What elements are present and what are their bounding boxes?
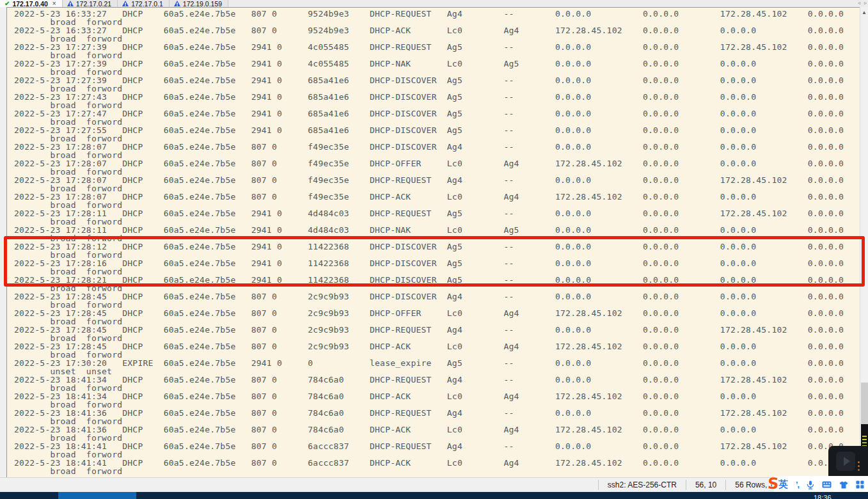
terminal-log-line: 2022-5-23 17:28:21 DHCP 60a5.e24e.7b5e 2… bbox=[7, 276, 860, 284]
skin-shirt-icon[interactable] bbox=[839, 481, 848, 489]
tab-label: 172.19.0.159 bbox=[183, 0, 222, 8]
taskbar-clock: 18:36 bbox=[814, 495, 832, 499]
keyboard-icon[interactable] bbox=[822, 481, 832, 488]
ime-toolbar: 英 ’, bbox=[773, 476, 868, 493]
terminal-log-line: 2022-5-23 17:28:11 DHCP 60a5.e24e.7b5e 2… bbox=[7, 209, 860, 218]
microphone-icon[interactable] bbox=[807, 480, 814, 489]
terminal-log-line: 2022-5-23 18:41:41 DHCP 60a5.e24e.7b5e 8… bbox=[7, 442, 860, 450]
terminal-log-subline: broad forword bbox=[7, 467, 860, 475]
tab-label: 172.17.0.21 bbox=[76, 0, 111, 8]
disconnected-alert-icon bbox=[67, 1, 74, 7]
ime-language-indicator[interactable]: 英 bbox=[778, 479, 788, 491]
tab-label: 172.17.0.1 bbox=[131, 0, 163, 8]
status-bar: ssh2: AES-256-CTR 56, 10 56 Rows, 165 Co… bbox=[0, 477, 868, 492]
tab-session-4[interactable]: 172.19.0.159 bbox=[170, 0, 228, 7]
terminal-log-line: 2022-5-23 16:33:27 DHCP 60a5.e24e.7b5e 8… bbox=[7, 10, 860, 18]
terminal-log-line: 2022-5-23 18:41:34 DHCP 60a5.e24e.7b5e 8… bbox=[7, 392, 860, 400]
terminal-log-line: 2022-5-23 17:27:43 DHCP 60a5.e24e.7b5e 2… bbox=[7, 93, 860, 101]
connected-check-icon: ✔ bbox=[4, 1, 10, 7]
terminal-log-line: 2022-5-23 17:28:12 DHCP 60a5.e24e.7b5e 2… bbox=[7, 242, 860, 251]
tab-label: 172.17.0.40 bbox=[12, 0, 47, 8]
tab-close-icon[interactable]: × bbox=[52, 0, 56, 7]
tab-scroll-left-icon[interactable]: ◃ bbox=[858, 0, 860, 6]
session-tab-bar: ✔ 172.17.0.40 × 172.17.0.21 172.17.0.1 1… bbox=[0, 0, 868, 7]
terminal-log-line: 2022-5-23 17:28:16 DHCP 60a5.e24e.7b5e 2… bbox=[7, 259, 860, 267]
status-encryption: ssh2: AES-256-CTR bbox=[598, 480, 686, 490]
terminal-log-line: 2022-5-23 17:30:20 EXPIRE 60a5.e24e.7b5e… bbox=[7, 359, 860, 367]
tab-scroll-right-icon[interactable]: ▹ bbox=[864, 0, 867, 6]
screen-recorder-widget[interactable] bbox=[828, 446, 868, 477]
toolbox-grid-icon[interactable] bbox=[856, 480, 864, 489]
recorder-drag-dots bbox=[858, 461, 860, 471]
terminal-log-line: 2022-5-23 17:27:39 DHCP 60a5.e24e.7b5e 2… bbox=[7, 43, 860, 51]
windows-taskbar[interactable]: 18:36 bbox=[0, 492, 868, 499]
scrollbar-thumb[interactable] bbox=[861, 383, 868, 425]
terminal-log-line: 2022-5-23 17:27:39 DHCP 60a5.e24e.7b5e 2… bbox=[7, 59, 860, 68]
vertical-scrollbar[interactable]: ▲ bbox=[860, 7, 868, 477]
disconnected-alert-icon bbox=[174, 1, 180, 7]
terminal-log-line: 2022-5-23 18:41:34 DHCP 60a5.e24e.7b5e 8… bbox=[7, 376, 860, 384]
terminal-log-line: 2022-5-23 17:28:45 DHCP 60a5.e24e.7b5e 8… bbox=[7, 326, 860, 334]
sogou-logo-icon[interactable]: S bbox=[767, 475, 779, 492]
tab-session-1[interactable]: ✔ 172.17.0.40 × bbox=[0, 0, 63, 7]
terminal-log-line: 2022-5-23 17:28:11 DHCP 60a5.e24e.7b5e 2… bbox=[7, 226, 860, 234]
terminal-log-line: 2022-5-23 18:41:36 DHCP 60a5.e24e.7b5e 8… bbox=[7, 409, 860, 417]
scroll-up-arrow-icon[interactable]: ▲ bbox=[860, 7, 868, 17]
terminal-log-line: 2022-5-23 17:28:45 DHCP 60a5.e24e.7b5e 8… bbox=[7, 342, 860, 351]
terminal-log-line: 2022-5-23 18:41:41 DHCP 60a5.e24e.7b5e 8… bbox=[7, 459, 860, 467]
terminal-log-line: 2022-5-23 17:28:45 DHCP 60a5.e24e.7b5e 8… bbox=[7, 309, 860, 317]
tab-scroll-arrows: ◃ ▹ bbox=[858, 0, 867, 6]
terminal-log-line: 2022-5-23 16:33:27 DHCP 60a5.e24e.7b5e 8… bbox=[7, 26, 860, 35]
terminal-log-line: 2022-5-23 18:41:36 DHCP 60a5.e24e.7b5e 8… bbox=[7, 425, 860, 434]
terminal-screen[interactable]: 2022-5-23 16:33:27 DHCP 60a5.e24e.7b5e 8… bbox=[6, 7, 860, 477]
disconnected-alert-icon bbox=[122, 1, 129, 7]
tab-session-3[interactable]: 172.17.0.1 bbox=[118, 0, 170, 7]
taskbar-active-app-button[interactable] bbox=[58, 492, 136, 499]
terminal-log-line: 2022-5-23 17:28:45 DHCP 60a5.e24e.7b5e 8… bbox=[7, 292, 860, 301]
terminal-log-line: 2022-5-23 17:27:55 DHCP 60a5.e24e.7b5e 2… bbox=[7, 126, 860, 134]
recorder-play-button[interactable] bbox=[836, 452, 855, 471]
terminal-log-line: 2022-5-23 17:27:47 DHCP 60a5.e24e.7b5e 2… bbox=[7, 109, 860, 118]
terminal-log-line: 2022-5-23 17:27:39 DHCP 60a5.e24e.7b5e 2… bbox=[7, 76, 860, 84]
terminal-log-line: 2022-5-23 17:28:07 DHCP 60a5.e24e.7b5e 8… bbox=[7, 193, 860, 201]
terminal-log-line: 2022-5-23 17:28:07 DHCP 60a5.e24e.7b5e 8… bbox=[7, 159, 860, 168]
tab-session-2[interactable]: 172.17.0.21 bbox=[63, 0, 118, 7]
status-cursor-position: 56, 10 bbox=[686, 480, 725, 490]
play-icon bbox=[844, 457, 850, 466]
terminal-log-line: 2022-5-23 17:28:07 DHCP 60a5.e24e.7b5e 8… bbox=[7, 176, 860, 184]
terminal-lines: 2022-5-23 16:33:27 DHCP 60a5.e24e.7b5e 8… bbox=[7, 8, 860, 475]
ime-quote-tool-icon[interactable]: ’, bbox=[796, 480, 799, 489]
terminal-log-line: 2022-5-23 17:28:07 DHCP 60a5.e24e.7b5e 8… bbox=[7, 143, 860, 151]
